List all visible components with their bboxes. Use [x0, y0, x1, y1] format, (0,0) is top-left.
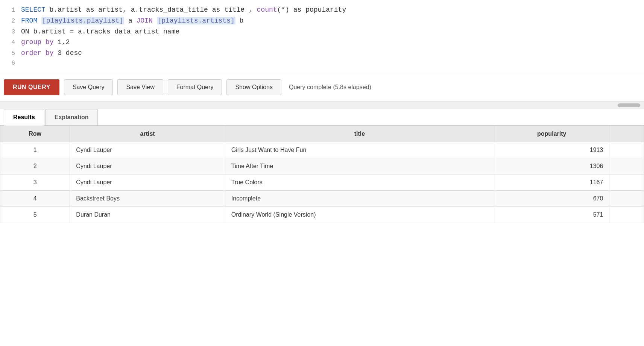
- line-number: 6: [4, 59, 15, 68]
- code-token: [playlists.artists]: [157, 17, 235, 24]
- run-query-button[interactable]: RUN QUERY: [4, 79, 59, 95]
- table-header-popularity: popularity: [494, 126, 609, 142]
- cell-popularity: 1167: [494, 174, 609, 190]
- code-token: [153, 17, 157, 24]
- cell-artist: Duran Duran: [70, 206, 225, 223]
- cell-row: 5: [0, 206, 70, 223]
- table-header-row: Rowartisttitlepopularity: [0, 126, 644, 142]
- editor-line-6: 6: [0, 59, 644, 68]
- table-body: 1Cyndi LauperGirls Just Want to Have Fun…: [0, 142, 644, 223]
- table-header-Row: Row: [0, 126, 70, 142]
- code-token: FROM: [21, 17, 37, 24]
- cell-title: Incomplete: [225, 190, 494, 206]
- line-number: 4: [4, 38, 15, 48]
- table-header: Rowartisttitlepopularity: [0, 126, 644, 142]
- save-view-button[interactable]: Save View: [117, 79, 163, 95]
- table-row: 4Backstreet BoysIncomplete670: [0, 190, 644, 206]
- code-token: count: [257, 6, 277, 14]
- line-content: group by 1,2: [21, 37, 70, 48]
- code-token: [41, 49, 46, 57]
- editor-line-5: 5order by 3 desc: [0, 48, 644, 59]
- line-number: 1: [4, 6, 15, 15]
- code-token: by: [46, 38, 54, 46]
- show-options-button[interactable]: Show Options: [226, 79, 281, 95]
- cell-extra: [609, 158, 644, 174]
- query-status: Query complete (5.8s elapsed): [289, 84, 371, 91]
- tab-results[interactable]: Results: [4, 109, 44, 126]
- cell-artist: Cyndi Lauper: [70, 158, 225, 174]
- code-token: as: [293, 6, 302, 14]
- line-content: SELECT b.artist as artist, a.tracks_data…: [21, 5, 346, 15]
- cell-row: 2: [0, 158, 70, 174]
- table-header-empty: [609, 126, 644, 142]
- editor-line-4: 4group by 1,2: [0, 37, 644, 48]
- cell-artist: Backstreet Boys: [70, 190, 225, 206]
- cell-extra: [609, 142, 644, 158]
- line-number: 2: [4, 17, 15, 26]
- cell-row: 1: [0, 142, 70, 158]
- table-header-artist: artist: [70, 126, 225, 142]
- result-tabs: ResultsExplanation: [0, 109, 644, 126]
- code-token: [37, 17, 41, 24]
- code-token: [playlists.playlist]: [41, 17, 124, 24]
- table-row: 3Cyndi LauperTrue Colors1167: [0, 174, 644, 190]
- code-token: artist, a.tracks_data_title: [94, 6, 212, 14]
- toolbar: RUN QUERY Save Query Save View Format Qu…: [0, 73, 644, 102]
- cell-title: Ordinary World (Single Version): [225, 206, 494, 223]
- table-row: 2Cyndi LauperTime After Time1306: [0, 158, 644, 174]
- cell-extra: [609, 174, 644, 190]
- table-row: 1Cyndi LauperGirls Just Want to Have Fun…: [0, 142, 644, 158]
- line-content: ON b.artist = a.tracks_data_artist_name: [21, 26, 179, 37]
- line-content: order by 3 desc: [21, 48, 82, 59]
- cell-popularity: 1306: [494, 158, 609, 174]
- code-token: b.artist: [46, 6, 86, 14]
- code-token: title ,: [220, 6, 257, 14]
- line-number: 3: [4, 27, 15, 37]
- format-query-button[interactable]: Format Query: [168, 79, 222, 95]
- cell-popularity: 670: [494, 190, 609, 206]
- cell-row: 3: [0, 174, 70, 190]
- cell-extra: [609, 190, 644, 206]
- code-token: 1,2: [53, 38, 70, 46]
- sql-editor[interactable]: 1SELECT b.artist as artist, a.tracks_dat…: [0, 0, 644, 73]
- cell-popularity: 571: [494, 206, 609, 223]
- code-token: 3 desc: [53, 49, 82, 57]
- code-token: SELECT: [21, 6, 46, 14]
- code-token: ON b.artist = a.tracks_data_artist_name: [21, 28, 179, 35]
- code-token: by: [46, 49, 54, 57]
- code-token: group: [21, 38, 41, 46]
- cell-popularity: 1913: [494, 142, 609, 158]
- line-content: FROM [playlists.playlist] a JOIN [playli…: [21, 15, 243, 26]
- tab-explanation[interactable]: Explanation: [45, 109, 98, 125]
- table-header-title: title: [225, 126, 494, 142]
- cell-artist: Cyndi Lauper: [70, 174, 225, 190]
- results-table: Rowartisttitlepopularity 1Cyndi LauperGi…: [0, 126, 644, 223]
- cell-title: True Colors: [225, 174, 494, 190]
- code-token: a: [124, 17, 136, 24]
- editor-line-3: 3ON b.artist = a.tracks_data_artist_name: [0, 26, 644, 37]
- save-query-button[interactable]: Save Query: [64, 79, 113, 95]
- cell-title: Time After Time: [225, 158, 494, 174]
- code-token: JOIN: [136, 17, 152, 24]
- line-number: 5: [4, 49, 15, 59]
- editor-line-1: 1SELECT b.artist as artist, a.tracks_dat…: [0, 5, 644, 15]
- table-row: 5Duran DuranOrdinary World (Single Versi…: [0, 206, 644, 223]
- code-token: b: [235, 17, 244, 24]
- cell-row: 4: [0, 190, 70, 206]
- scrollbar-thumb[interactable]: [618, 103, 640, 107]
- code-token: [41, 38, 46, 46]
- cell-title: Girls Just Want to Have Fun: [225, 142, 494, 158]
- code-token: order: [21, 49, 41, 57]
- cell-extra: [609, 206, 644, 223]
- horizontal-scrollbar[interactable]: [0, 102, 644, 109]
- editor-line-2: 2FROM [playlists.playlist] a JOIN [playl…: [0, 15, 644, 26]
- code-token: as: [212, 6, 220, 14]
- code-token: popularity: [301, 6, 346, 14]
- cell-artist: Cyndi Lauper: [70, 142, 225, 158]
- code-token: as: [86, 6, 94, 14]
- code-token: (*): [277, 6, 293, 14]
